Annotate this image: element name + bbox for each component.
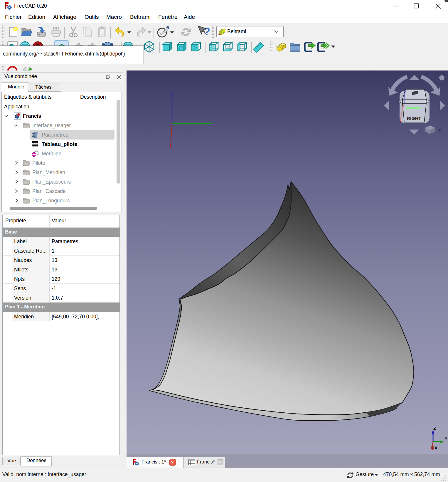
svg-text:Y: Y xyxy=(444,436,447,441)
svg-text:RIGHT: RIGHT xyxy=(407,116,421,121)
svg-text:Z: Z xyxy=(433,426,436,431)
svg-text:?: ? xyxy=(204,26,210,38)
svg-text:X: X xyxy=(434,445,437,450)
